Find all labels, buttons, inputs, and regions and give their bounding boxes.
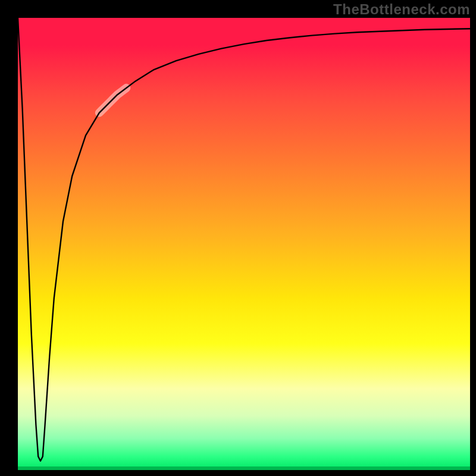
chart-frame: TheBottleneck.com bbox=[0, 0, 476, 476]
curve-svg bbox=[18, 18, 470, 470]
watermark-text: TheBottleneck.com bbox=[333, 1, 470, 18]
plot-area bbox=[18, 18, 470, 470]
bottleneck-curve bbox=[18, 18, 470, 461]
